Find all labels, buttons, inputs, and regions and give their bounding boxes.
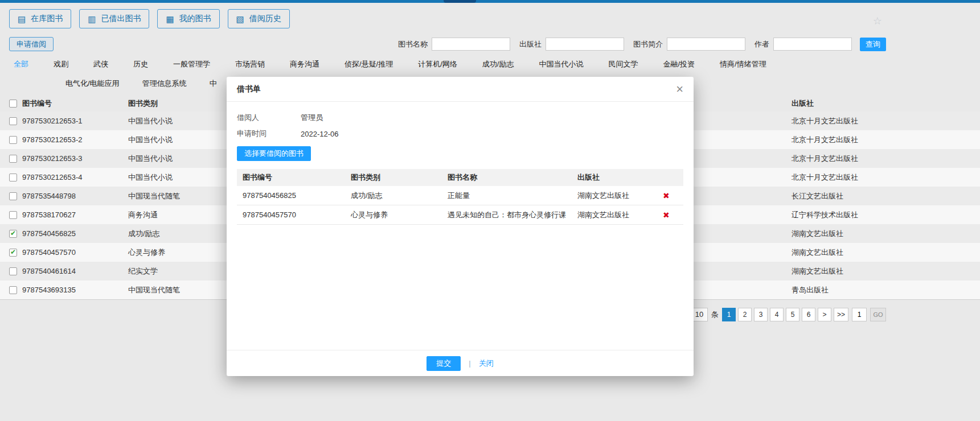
cell-publisher: 湖南文艺出版社 (577, 191, 663, 201)
toolbar-button-label: 我的图书 (179, 14, 211, 24)
star-icon[interactable]: ☆ (873, 15, 882, 27)
submit-button[interactable]: 提交 (427, 356, 461, 371)
apply-time-row: 申请时间 2022-12-06 (237, 126, 683, 142)
page-go-button[interactable]: GO (870, 308, 886, 321)
page-button[interactable]: >> (834, 308, 848, 321)
page-button[interactable]: 4 (770, 308, 784, 321)
top-strip (0, 0, 980, 3)
search-field-label: 出版社 (519, 39, 542, 49)
modal-table-body: 9787540456825 成功/励志 正能量 湖南文艺出版社 ✖ 978754… (237, 186, 683, 225)
cell-publisher: 北京十月文艺出版社 (792, 135, 980, 145)
delete-icon[interactable]: ✖ (663, 210, 670, 220)
row-checkbox[interactable] (9, 155, 17, 163)
toolbar-button[interactable]: ▤ 在库图书 (9, 9, 71, 28)
toolbar-button-label: 已借出图书 (101, 14, 141, 24)
search-field-label: 作者 (755, 39, 769, 49)
category-item[interactable]: 成功/励志 (482, 59, 514, 69)
borrower-value: 管理员 (301, 113, 323, 123)
category-item[interactable]: 武侠 (93, 59, 108, 69)
category-item[interactable]: 戏剧 (54, 59, 68, 69)
cell-actions: ✖ (663, 191, 678, 200)
cell-book-id: 9787540457570 (22, 248, 128, 257)
page-button[interactable]: 5 (786, 308, 799, 321)
row-checkbox[interactable] (9, 174, 17, 181)
borrower-label: 借阅人 (237, 113, 301, 123)
delete-icon[interactable]: ✖ (663, 191, 670, 200)
row-checkbox[interactable] (9, 230, 17, 238)
modal-header: 借书单 × (227, 77, 694, 102)
apply-borrow-button[interactable]: 申请借阅 (9, 37, 54, 51)
page-button[interactable]: 6 (802, 308, 815, 321)
cell-publisher: 湖南文艺出版社 (577, 210, 663, 220)
row-checkbox[interactable] (9, 267, 17, 275)
toolbar-button[interactable]: ▦ 我的图书 (157, 9, 219, 28)
row-checkbox[interactable] (9, 286, 17, 294)
footer-divider: | (469, 359, 470, 368)
row-checkbox[interactable] (9, 211, 17, 219)
search-field: 图书名称 (398, 38, 510, 51)
cell-book-id: 9787538170627 (22, 210, 128, 219)
filter-bar: 申请借阅 图书名称 出版社 图书简介 作者 查询 (0, 37, 980, 51)
cell-book-id: 9787540456825 (243, 191, 351, 200)
category-item[interactable]: 侦探/悬疑/推理 (345, 59, 393, 69)
category-item[interactable]: 商务沟通 (290, 59, 319, 69)
search-field-input[interactable] (667, 38, 745, 51)
page-button[interactable]: 2 (738, 308, 752, 321)
category-item[interactable]: 情商/情绪管理 (720, 59, 766, 69)
modal-body: 借阅人 管理员 申请时间 2022-12-06 选择要借阅的图书 图书编号 图书… (227, 102, 694, 225)
cell-book-name: 遇见未知的自己：都市身心灵修行课 (448, 210, 577, 220)
category-item[interactable]: 民间文学 (608, 59, 638, 69)
category-item[interactable]: 历史 (133, 59, 148, 69)
category-item[interactable]: 电气化/电能应用 (65, 79, 120, 89)
search-field-input[interactable] (773, 38, 852, 51)
cell-book-id: 9787530212653-3 (22, 154, 128, 163)
cell-book-id: 9787543693135 (22, 286, 128, 294)
category-item[interactable]: 中 (210, 79, 217, 89)
modal-book-table: 图书编号 图书类别 图书名称 出版社 9787540456825 成功/励志 正… (237, 169, 683, 225)
row-checkbox[interactable] (9, 136, 17, 144)
select-books-button[interactable]: 选择要借阅的图书 (237, 146, 311, 161)
search-field: 图书简介 (633, 38, 745, 51)
cell-publisher: 湖南文艺出版社 (792, 247, 980, 258)
page-jump-input[interactable] (852, 308, 867, 321)
column-book-id: 图书编号 (22, 98, 128, 109)
modal-table-row: 9787540456825 成功/励志 正能量 湖南文艺出版社 ✖ (237, 186, 683, 205)
category-item[interactable]: 计算机/网络 (418, 59, 457, 69)
header-checkbox[interactable] (9, 100, 17, 108)
page-button[interactable]: 1 (722, 308, 736, 321)
search-field: 出版社 (519, 38, 624, 51)
column-publisher: 出版社 (577, 172, 663, 183)
apply-time-label: 申请时间 (237, 129, 301, 139)
top-strip-indicator (444, 0, 476, 3)
category-item[interactable]: 全部 (14, 59, 28, 69)
cell-book-id: 9787540456825 (22, 229, 128, 238)
search-field-input[interactable] (432, 38, 510, 51)
cell-publisher: 北京十月文艺出版社 (792, 154, 980, 164)
borrower-row: 借阅人 管理员 (237, 110, 683, 126)
column-book-id: 图书编号 (243, 172, 351, 183)
cell-book-id: 9787530212653-2 (22, 135, 128, 144)
row-checkbox[interactable] (9, 192, 17, 200)
category-item[interactable]: 一般管理学 (173, 59, 210, 69)
page-button[interactable]: 3 (754, 308, 768, 321)
category-item[interactable]: 中国当代小说 (539, 59, 583, 69)
row-checkbox[interactable] (9, 117, 17, 125)
cell-publisher: 辽宁科学技术出版社 (792, 210, 980, 220)
category-item[interactable]: 市场营销 (235, 59, 265, 69)
search-field-input[interactable] (546, 38, 624, 51)
category-item[interactable]: 金融/投资 (663, 59, 695, 69)
toolbar-button[interactable]: ▧ 借阅历史 (228, 9, 290, 28)
row-checkbox[interactable] (9, 249, 17, 257)
cell-book-name: 正能量 (448, 191, 577, 201)
category-item[interactable]: 管理信息系统 (142, 79, 187, 89)
cell-book-category: 心灵与修养 (351, 210, 448, 220)
lent-books-icon: ▥ (88, 15, 96, 23)
search-button[interactable]: 查询 (860, 38, 886, 51)
modal-table-row: 9787540457570 心灵与修养 遇见未知的自己：都市身心灵修行课 湖南文… (237, 205, 683, 225)
close-icon[interactable]: × (676, 83, 683, 96)
close-button[interactable]: 关闭 (479, 358, 494, 369)
page-button[interactable]: > (818, 308, 831, 321)
toolbar-button[interactable]: ▥ 已借出图书 (79, 9, 149, 28)
column-book-category: 图书类别 (351, 172, 448, 183)
search-field-label: 图书名称 (398, 39, 428, 49)
